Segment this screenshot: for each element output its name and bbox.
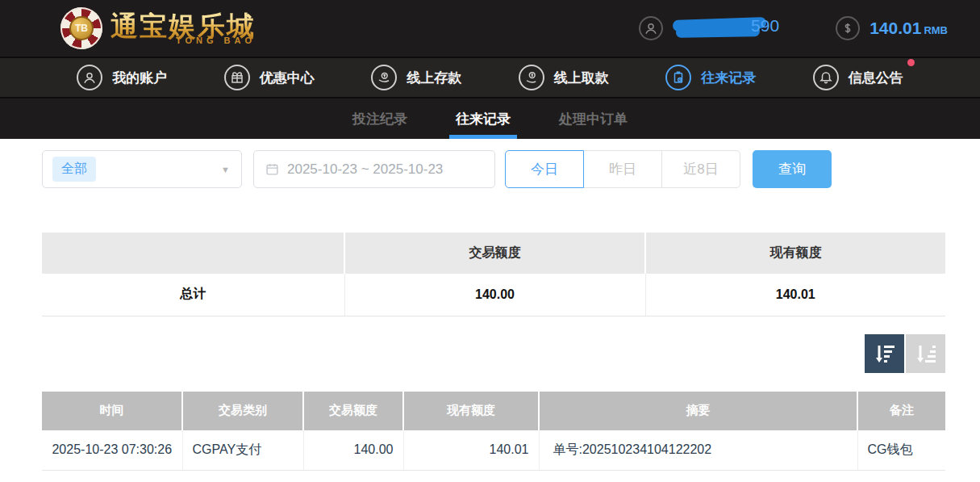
selected-type-tag: 全部 bbox=[52, 157, 96, 182]
date-range-value: 2025-10-23 ~ 2025-10-23 bbox=[287, 161, 443, 178]
chip-monogram: TB bbox=[69, 16, 94, 40]
sort-descending-button[interactable] bbox=[865, 334, 904, 373]
today-button[interactable]: 今日 bbox=[505, 150, 584, 188]
col-transaction-amount: 交易额度 bbox=[303, 392, 403, 430]
tab-betting-records[interactable]: 投注纪录 bbox=[346, 98, 414, 139]
bell-icon bbox=[813, 65, 839, 90]
tab-pending-orders[interactable]: 处理中订单 bbox=[553, 98, 634, 139]
record-time: 2025-10-23 07:30:26 bbox=[42, 430, 182, 471]
col-time: 时间 bbox=[42, 392, 182, 430]
summary-table: 交易额度 现有额度 总计 140.00 140.01 bbox=[42, 233, 945, 316]
sort-descending-icon bbox=[874, 343, 896, 364]
nav-item-transaction-records[interactable]: 往来记录 bbox=[665, 65, 756, 90]
summary-header-transaction-amount: 交易额度 bbox=[344, 233, 645, 274]
summary-header-empty bbox=[42, 233, 344, 274]
balance-amount: 140.01RMB bbox=[869, 19, 948, 38]
currency-label: RMB bbox=[924, 24, 948, 36]
sort-controls bbox=[42, 334, 945, 373]
nav-item-my-account[interactable]: 我的账户 bbox=[77, 65, 167, 90]
masked-username: 590 bbox=[673, 15, 779, 42]
col-current-balance: 现有额度 bbox=[403, 392, 539, 430]
records-header-row: 时间 交易类别 交易额度 现有额度 摘要 备注 bbox=[42, 392, 945, 430]
sort-ascending-button[interactable] bbox=[906, 334, 945, 373]
sort-ascending-icon bbox=[915, 343, 937, 364]
date-range-input[interactable]: 2025-10-23 ~ 2025-10-23 bbox=[253, 150, 495, 188]
summary-total-balance: 140.01 bbox=[645, 274, 945, 316]
record-remark: CG钱包 bbox=[857, 430, 945, 471]
col-remark: 备注 bbox=[857, 392, 945, 430]
record-balance: 140.01 bbox=[403, 430, 539, 471]
sub-nav: 投注纪录 往来记录 处理中订单 bbox=[0, 98, 980, 139]
account-username[interactable]: 590 bbox=[639, 15, 779, 42]
tab-transaction-records[interactable]: 往来记录 bbox=[449, 98, 517, 139]
summary-total-transaction: 140.00 bbox=[344, 274, 645, 316]
top-header: TB 通宝娱乐城 TONG BAO 590 bbox=[0, 0, 980, 57]
col-summary: 摘要 bbox=[539, 392, 857, 430]
notification-dot bbox=[907, 59, 915, 66]
nav-item-withdraw[interactable]: 线上取款 bbox=[519, 65, 609, 90]
chevron-down-icon: ▼ bbox=[221, 165, 230, 174]
records-table: 时间 交易类别 交易额度 现有额度 摘要 备注 2025-10-23 07:30… bbox=[42, 392, 945, 472]
nav-item-promotions[interactable]: 优惠中心 bbox=[224, 65, 315, 90]
record-amount: 140.00 bbox=[303, 430, 403, 471]
record-row: 2025-10-23 07:30:26 CGPAY支付 140.00 140.0… bbox=[42, 430, 945, 471]
nav-item-deposit[interactable]: 线上存款 bbox=[371, 65, 461, 90]
user-icon bbox=[639, 16, 663, 40]
main-nav: 我的账户 优惠中心 线上存款 线上取款 往来记录 bbox=[0, 57, 980, 98]
nav-item-announcements[interactable]: 信息公告 bbox=[813, 65, 903, 90]
gift-icon bbox=[224, 65, 250, 90]
withdraw-icon bbox=[519, 65, 544, 90]
summary-total-label: 总计 bbox=[42, 274, 344, 316]
poker-chip-icon: TB bbox=[60, 7, 102, 49]
record-summary: 单号:202510234104122202 bbox=[539, 430, 857, 471]
summary-header-current-balance: 现有额度 bbox=[645, 233, 945, 274]
filter-bar: 全部 ▼ 2025-10-23 ~ 2025-10-23 今日 昨日 近8日 查… bbox=[42, 150, 980, 188]
deposit-icon bbox=[371, 65, 397, 90]
balance-display[interactable]: 140.01RMB bbox=[836, 16, 948, 40]
last-8-days-button[interactable]: 近8日 bbox=[661, 150, 740, 188]
summary-header-row: 交易额度 现有额度 bbox=[42, 233, 945, 274]
calendar-icon bbox=[265, 162, 279, 176]
col-transaction-type: 交易类别 bbox=[182, 392, 303, 430]
search-button[interactable]: 查询 bbox=[753, 150, 832, 188]
record-type: CGPAY支付 bbox=[182, 430, 303, 471]
yesterday-button[interactable]: 昨日 bbox=[583, 150, 662, 188]
quick-date-buttons: 今日 昨日 近8日 bbox=[505, 150, 740, 188]
records-icon bbox=[665, 65, 691, 90]
brand-subtitle: TONG BAO bbox=[176, 36, 256, 45]
summary-total-row: 总计 140.00 140.01 bbox=[42, 274, 945, 316]
dollar-coin-icon bbox=[836, 16, 860, 40]
type-select[interactable]: 全部 ▼ bbox=[42, 150, 242, 188]
redaction-scribble bbox=[676, 26, 760, 38]
account-icon bbox=[77, 65, 102, 90]
brand-logo[interactable]: TB 通宝娱乐城 TONG BAO bbox=[60, 7, 256, 49]
